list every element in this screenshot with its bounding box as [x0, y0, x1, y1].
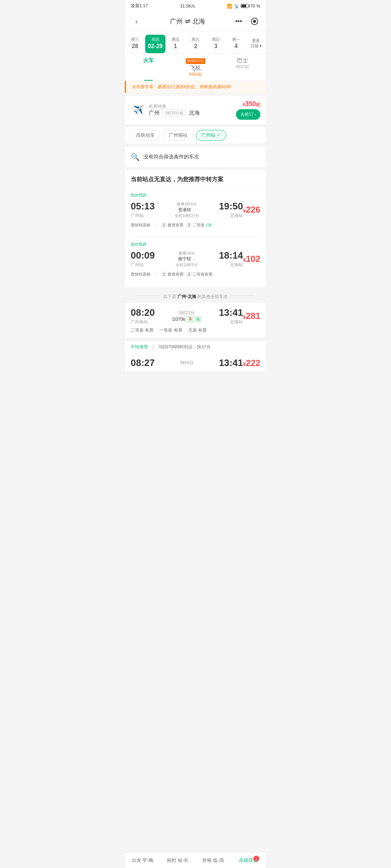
- route-label-1: 低价线路: [131, 192, 260, 198]
- train-main-1: 08:20 广州南站 5时21分 D3706 🪑 免 13:41 北海站 ¥28…: [131, 307, 260, 325]
- date-tab-wed[interactable]: 周三 28: [125, 35, 145, 53]
- filter-tab-guangzhouzhan[interactable]: 广州站 ✓: [196, 130, 226, 141]
- seat-2nd: 二等座 有票: [131, 327, 154, 333]
- train-dest: 13:41 北海站: [219, 307, 243, 325]
- dep-time-1: 05:13: [131, 201, 155, 212]
- flight-promo-right: ¥350起 去抢订 ›: [236, 100, 260, 120]
- flight-to: 北海: [189, 110, 200, 116]
- header: ‹ 广州 ⇌ 北海 •••: [125, 12, 266, 31]
- no-results-text: 没有符合筛选条件的车次: [143, 154, 199, 160]
- status-icons: 📶 📡 70%: [227, 4, 260, 9]
- route-price-2: ¥102: [243, 254, 260, 264]
- route-card-2[interactable]: 低价线路 00:09 广州站 换乘34分 南宁转 → 全程18时5分 18:14…: [131, 237, 260, 282]
- date-tab-mon[interactable]: 周一 4: [226, 35, 246, 53]
- filter-tab-gaotie[interactable]: 高铁动车: [131, 130, 160, 141]
- dep-time-2: 00:09: [131, 250, 155, 261]
- day-number: 3: [207, 43, 224, 50]
- transfer-name-2: 南宁转 →: [158, 256, 216, 262]
- weekday-label: 周五: [167, 37, 184, 42]
- header-action-icons: •••: [233, 16, 260, 27]
- transfer-rec-label: 中转推荐: [131, 344, 148, 350]
- route-label-2: 低价线路: [131, 242, 260, 247]
- route-dest-2: 18:14 北海站: [219, 250, 243, 268]
- date-tab-fri[interactable]: 周五 1: [165, 35, 186, 53]
- seat-tag-2a: 1 硬座有票: [161, 272, 184, 277]
- train-arr-station: 北海站: [219, 319, 243, 325]
- date-tab-sat[interactable]: 周六 2: [185, 35, 206, 53]
- free-icon: 免: [195, 316, 201, 323]
- wifi-icon: 📡: [234, 4, 239, 9]
- seat-tag-2b: 2 二等座有票: [186, 272, 213, 277]
- weekday-label: 周日: [207, 37, 224, 42]
- flight-promo-card: ✈️ 机票特惠 广州 1时25分起 北海 ¥350起 去抢订 ›: [125, 96, 266, 124]
- book-flight-button[interactable]: 去抢订 ›: [236, 109, 260, 120]
- dep-station-2: 广州站: [131, 262, 155, 268]
- arr-time-1: 19:50: [219, 201, 243, 212]
- partial-dep-time: 08:27: [131, 357, 155, 369]
- station-filter-tabs: 高铁动车 广州南站 广州站 ✓: [125, 127, 266, 144]
- train-price: ¥281: [243, 311, 260, 321]
- seat-tag-1a: 1 硬座有票: [161, 222, 184, 228]
- flight-badge: 快2时57分: [186, 58, 206, 64]
- flight-price-value: ¥350起: [236, 100, 260, 108]
- train-middle: 5时21分 D3706 🪑 免: [155, 310, 219, 323]
- transfer-section: 当前站点无直达，为您推荐中转方案 低价线路 05:13 广州站 换乘1时5分 贵…: [125, 170, 266, 288]
- promo-banner: 火车票专享・购票后订酒店6折起，用券最高减¥100: [125, 81, 266, 93]
- dep-station-1: 广州站: [131, 213, 155, 219]
- route-type-1: 普快转高铁: [131, 222, 151, 228]
- arr-station-1: 北海站: [219, 213, 243, 219]
- origin-city: 广州: [170, 18, 183, 25]
- filter-tab-nanzhan[interactable]: 广州南站: [163, 130, 193, 141]
- flight-promo-left: ✈️ 机票特惠 广州 1时25分起 北海: [131, 103, 200, 117]
- transfer-label-2: 换乘34分: [158, 251, 216, 256]
- battery-icon: [241, 4, 249, 8]
- arr-time-2: 18:14: [219, 250, 243, 261]
- signal-icon: 📶: [227, 4, 232, 9]
- route-middle-1: 换乘1时5分 贵港转 → 全程14时37分: [155, 201, 219, 218]
- tab-bus-label: 巴士: [220, 57, 265, 64]
- route-card-1[interactable]: 低价线路 05:13 广州站 换乘1时5分 贵港转 → 全程14时37分 19:…: [131, 188, 260, 233]
- transfer-label-1: 换乘1时5分: [158, 201, 216, 207]
- route-tags-1: 普快转高铁 ｜ 1 硬座有票 2 二等座 1张: [131, 222, 260, 228]
- scan-button[interactable]: [249, 16, 260, 27]
- route-price-1: ¥226: [243, 205, 260, 215]
- seat-standing: 无座 有票: [188, 327, 207, 333]
- train-card-1[interactable]: 08:20 广州南站 5时21分 D3706 🪑 免 13:41 北海站 ¥28…: [125, 303, 266, 338]
- weekday-label: 周六: [187, 37, 204, 42]
- tab-flight[interactable]: 快2时57分 飞机 ¥350起: [172, 54, 219, 81]
- total-duration-2: 全程18时5分: [158, 262, 216, 268]
- flight-duration: 1时25分起: [163, 110, 186, 116]
- swap-icon: ⇌: [185, 18, 192, 25]
- transfer-rec-desc: 与D3706同时到达，快17分: [158, 344, 211, 350]
- train-card-partial[interactable]: 08:27 5时4分 13:41 ¥222: [125, 353, 266, 371]
- more-button[interactable]: •••: [233, 16, 244, 27]
- train-number: D3706 🪑 免: [158, 316, 216, 323]
- seat-1st: 一等座 有票: [159, 327, 182, 333]
- tab-bus[interactable]: 巴士 ¥187起: [219, 54, 266, 81]
- battery-level: 70: [250, 4, 255, 9]
- day-number: 02-29: [147, 43, 164, 50]
- flight-route: 广州 1时25分起 北海: [149, 110, 200, 116]
- tab-train[interactable]: 火车: [125, 54, 172, 81]
- seat-icon: 🪑: [187, 316, 194, 323]
- train-arr-time: 13:41: [219, 307, 243, 318]
- date-tab-thu[interactable]: 周四 02-29: [145, 35, 165, 53]
- partial-duration: 5时4分: [158, 360, 216, 366]
- day-number: 1: [167, 43, 184, 50]
- day-number: 2: [187, 43, 204, 50]
- back-button[interactable]: ‹: [131, 16, 142, 27]
- more-dates-sub: 日期 ▾: [248, 43, 265, 49]
- promo-text: 火车票专享・购票后订酒店6折起，用券最高减¥100: [132, 84, 231, 89]
- transfer-name-1: 贵港转 →: [158, 207, 216, 213]
- status-network: 31.5K/s: [180, 4, 195, 9]
- tab-flight-label: 飞机: [173, 65, 218, 72]
- flight-promo-icon: ✈️: [131, 103, 145, 117]
- status-bar: 凌晨1:17 31.5K/s 📶 📡 70%: [125, 0, 266, 12]
- route-tags-2: 普快转高铁 ｜ 1 硬座有票 2 二等座有票: [131, 271, 260, 277]
- transfer-recommend: 中转推荐 ｜ 与D3706同时到达，快17分: [125, 341, 266, 353]
- date-tab-sun[interactable]: 周日 3: [206, 35, 226, 53]
- more-dates-button[interactable]: 更多 日期 ▾: [246, 36, 266, 52]
- day-number: 4: [227, 43, 245, 50]
- divider-label: 以下是 广州-北海 的其他全部车次: [160, 294, 231, 299]
- route-main-2: 00:09 广州站 换乘34分 南宁转 → 全程18时5分 18:14 北海站: [131, 250, 260, 268]
